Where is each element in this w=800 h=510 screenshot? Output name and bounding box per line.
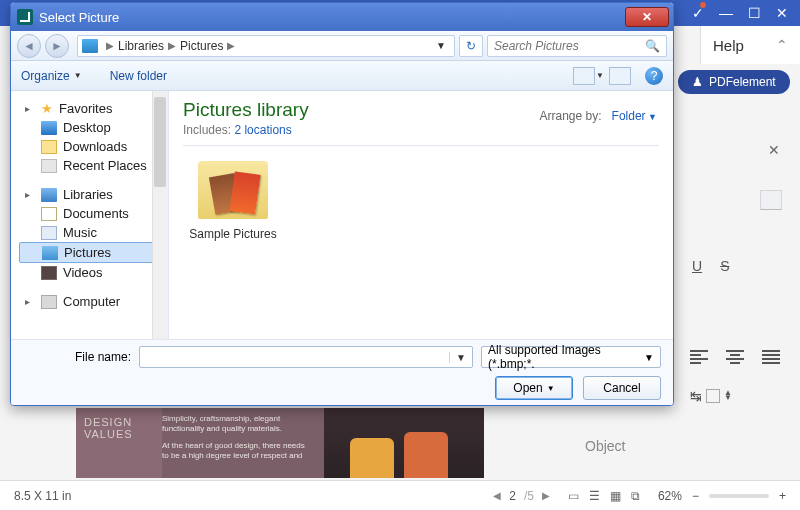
dropdown-stub[interactable] — [760, 190, 782, 210]
back-button[interactable]: ◄ — [17, 34, 41, 58]
zoom-out-button[interactable]: − — [692, 489, 699, 503]
arrange-by-dropdown[interactable]: Folder — [612, 109, 657, 123]
breadcrumb[interactable]: ▶ Libraries ▶ Pictures ▶ ▼ — [77, 35, 455, 57]
search-input[interactable] — [494, 39, 645, 53]
checkmark-icon[interactable]: ✓ — [684, 2, 712, 24]
page-total: /5 — [524, 489, 534, 503]
help-panel-header: Help ⌃ — [700, 26, 800, 64]
document-preview: DESIGN VALUES Simplicity, craftsmanship,… — [76, 408, 484, 478]
page-prev-button[interactable]: ◀ — [493, 490, 501, 501]
dialog-toolbar: Organize New folder ▼ ? — [11, 61, 673, 91]
tree-recent[interactable]: Recent Places — [19, 156, 164, 175]
view-continuous-icon[interactable]: ☰ — [589, 489, 600, 503]
filename-label: File name: — [23, 350, 131, 364]
page-navigator: ◀ 2 /5 ▶ — [493, 489, 550, 503]
object-section-label: Object — [585, 438, 625, 454]
search-box[interactable]: 🔍 — [487, 35, 667, 57]
view-read-icon[interactable]: ⧉ — [631, 489, 640, 503]
align-center-button[interactable] — [726, 350, 744, 364]
tree-videos[interactable]: Videos — [19, 263, 164, 282]
chevron-up-icon[interactable]: ⌃ — [776, 37, 788, 53]
view-single-icon[interactable]: ▭ — [568, 489, 579, 503]
pdfelement-label: PDFelement — [709, 75, 776, 89]
doc-image — [324, 408, 484, 478]
filename-input[interactable]: ▼ — [139, 346, 473, 368]
filename-dropdown-icon[interactable]: ▼ — [449, 352, 472, 363]
zoom-slider[interactable] — [709, 494, 769, 498]
align-justify-button[interactable] — [762, 350, 780, 364]
text-decoration-group: U S — [692, 258, 729, 274]
crumb-pictures[interactable]: Pictures — [180, 39, 223, 53]
library-subtitle: Includes: 2 locations — [183, 123, 659, 137]
organize-menu[interactable]: Organize — [21, 69, 82, 83]
status-bar: 8.5 X 11 in ◀ 2 /5 ▶ ▭ ☰ ▦ ⧉ 62% − + — [0, 480, 800, 510]
tree-favorites[interactable]: ▸★Favorites — [19, 99, 164, 118]
indent-stepper[interactable]: ▲▼ — [724, 391, 732, 401]
chevron-right-icon[interactable]: ▶ — [223, 40, 239, 51]
maximize-button[interactable]: ☐ — [740, 2, 768, 24]
help-label: Help — [713, 37, 744, 54]
filetype-dropdown[interactable]: All supported Images (*.bmp;*. ▼ — [481, 346, 661, 368]
view-grid-icon[interactable]: ▦ — [610, 489, 621, 503]
panel-close-icon[interactable]: ✕ — [768, 142, 780, 158]
library-icon — [82, 39, 98, 53]
help-icon[interactable]: ? — [645, 67, 663, 85]
cancel-button[interactable]: Cancel — [583, 376, 661, 400]
tree-libraries[interactable]: ▸Libraries — [19, 185, 164, 204]
close-button[interactable]: ✕ — [768, 2, 796, 24]
align-left-button[interactable] — [690, 350, 708, 364]
page-current[interactable]: 2 — [509, 489, 516, 503]
tree-computer[interactable]: ▸Computer — [19, 292, 164, 311]
folder-icon — [198, 161, 268, 219]
tree-desktop[interactable]: Desktop — [19, 118, 164, 137]
refresh-button[interactable]: ↻ — [459, 35, 483, 57]
zoom-value[interactable]: 62% — [658, 489, 682, 503]
view-mode-group: ▭ ☰ ▦ ⧉ — [568, 489, 640, 503]
arrange-by: Arrange by: Folder — [540, 109, 658, 123]
folder-item-sample-pictures[interactable]: Sample Pictures — [183, 161, 283, 241]
app-icon — [17, 9, 33, 25]
new-folder-button[interactable]: New folder — [110, 69, 167, 83]
open-button[interactable]: Open▼ — [495, 376, 573, 400]
tree-scrollbar[interactable] — [152, 91, 168, 339]
page-dimensions: 8.5 X 11 in — [14, 489, 71, 503]
chevron-down-icon: ▼ — [644, 352, 654, 363]
strikethrough-button[interactable]: S — [720, 258, 729, 274]
dialog-nav: ◄ ► ▶ Libraries ▶ Pictures ▶ ▼ ↻ 🔍 — [11, 31, 673, 61]
minimize-button[interactable]: ― — [712, 2, 740, 24]
indent-value-box[interactable] — [706, 389, 720, 403]
preview-pane-button[interactable] — [609, 67, 631, 85]
tree-pictures[interactable]: Pictures — [19, 242, 164, 263]
dialog-close-button[interactable]: ✕ — [625, 7, 669, 27]
alignment-group — [690, 350, 780, 364]
tree-documents[interactable]: Documents — [19, 204, 164, 223]
crumb-libraries[interactable]: Libraries — [118, 39, 164, 53]
select-picture-dialog: Select Picture ✕ ◄ ► ▶ Libraries ▶ Pictu… — [10, 2, 674, 406]
dialog-bottom: File name: ▼ All supported Images (*.bmp… — [11, 339, 673, 405]
zoom-control: 62% − + — [658, 489, 786, 503]
tree-music[interactable]: Music — [19, 223, 164, 242]
doc-text: Simplicity, craftsmanship, elegant funct… — [162, 414, 312, 462]
pdfelement-account-button[interactable]: ♟ PDFelement — [678, 70, 790, 94]
nav-tree: ▸★Favorites Desktop Downloads Recent Pla… — [11, 91, 169, 339]
notification-dot-icon — [700, 2, 706, 8]
dialog-titlebar[interactable]: Select Picture ✕ — [11, 3, 673, 31]
forward-button[interactable]: ► — [45, 34, 69, 58]
folder-label: Sample Pictures — [183, 227, 283, 241]
locations-link[interactable]: 2 locations — [234, 123, 291, 137]
search-icon[interactable]: 🔍 — [645, 39, 660, 53]
zoom-in-button[interactable]: + — [779, 489, 786, 503]
chevron-right-icon[interactable]: ▶ — [102, 40, 118, 51]
tree-downloads[interactable]: Downloads — [19, 137, 164, 156]
user-icon: ♟ — [692, 75, 703, 89]
indent-icon[interactable]: ↹ — [690, 388, 702, 404]
view-options-button[interactable]: ▼ — [573, 67, 595, 85]
page-next-button[interactable]: ▶ — [542, 490, 550, 501]
underline-button[interactable]: U — [692, 258, 702, 274]
dialog-title: Select Picture — [39, 10, 119, 25]
chevron-right-icon[interactable]: ▶ — [164, 40, 180, 51]
breadcrumb-dropdown[interactable]: ▼ — [436, 40, 450, 51]
indent-group: ↹ ▲▼ — [690, 388, 732, 404]
content-pane: Pictures library Includes: 2 locations A… — [169, 91, 673, 339]
doc-heading: DESIGN VALUES — [76, 408, 162, 478]
